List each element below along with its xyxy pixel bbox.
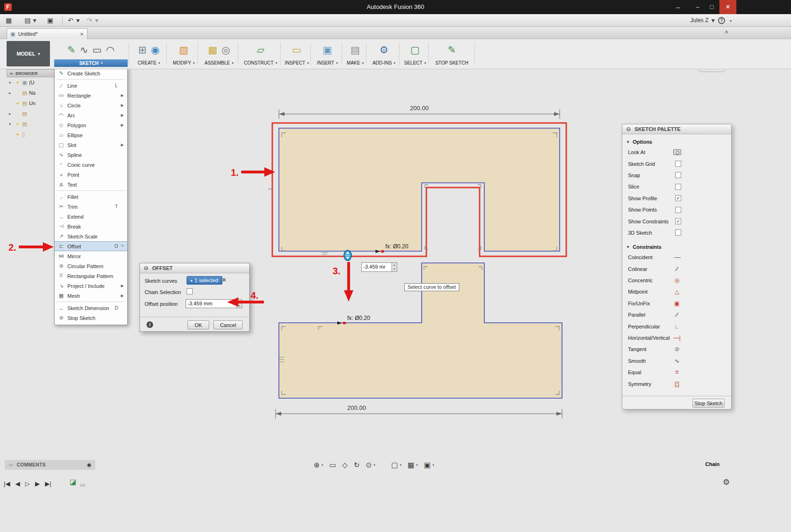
menu-item-stop-sketch[interactable]: ⊘Stop Sketch [55,313,127,323]
expand-icon[interactable]: ▾ [9,81,13,85]
timeline-gear-icon[interactable]: ⚙ [723,477,730,487]
constraint-fix-unfix[interactable]: Fix/UnFix ▣ [622,298,731,309]
assemble-menu-button[interactable]: ASSEMBLE ▾ [199,60,239,65]
constraint-symmetry[interactable]: Symmetry [¦] [622,378,731,389]
rectangle-icon[interactable]: ▭ [92,44,102,56]
skip-to-start-icon[interactable]: |◀ [4,480,10,487]
make-menu-button[interactable]: MAKE ▾ [343,60,367,65]
menu-item-slot[interactable]: ▢Slot▶ [55,140,127,150]
grid-settings-icon[interactable]: ▦ [408,461,414,469]
save-icon[interactable]: ▣ [47,14,53,27]
timeline-sketch-feature-icon[interactable]: ◪ [70,478,76,486]
select-menu-button[interactable]: SELECT ▾ [401,60,429,65]
new-component-icon[interactable]: ▦ [208,44,217,56]
slice-checkbox[interactable] [675,184,681,190]
menu-item-circle[interactable]: ○Circle▶ [55,100,127,110]
menu-item-project-include[interactable]: ↘Project / Include▶ [55,281,127,291]
menu-item-create-sketch[interactable]: ✎Create Sketch [55,68,127,78]
visibility-bulb-icon[interactable]: ● [15,80,20,85]
top-profile-shape[interactable] [279,128,560,251]
show-points-checkbox[interactable] [675,207,681,213]
stop-sketch-button[interactable]: STOP SKETCH [430,60,473,65]
addins-menu-button[interactable]: ADD-INS ▾ [368,60,400,65]
canvas-offset-value[interactable]: -3.459 mr [362,263,391,271]
constraint-parallel[interactable]: Parallel ∕∕ [622,309,731,320]
spinner[interactable]: ▲▼ [391,263,397,271]
inspect-menu-button[interactable]: INSPECT ▾ [282,60,311,65]
menu-item-break[interactable]: ⊣Break [55,221,127,231]
look-at-icon[interactable] [673,149,681,155]
comments-bar[interactable]: ▭ COMMENTS ◉ [5,460,95,470]
play-icon[interactable]: ▷ [25,480,30,487]
menu-item-circular-pattern[interactable]: ⊛Circular Pattern [55,261,127,271]
pan-icon[interactable]: ⊕ [314,461,320,469]
spinner-up-icon[interactable]: ▲ [392,263,397,267]
expand-icon[interactable]: ▾ [9,122,13,126]
info-icon[interactable]: i [147,321,153,328]
free-orbit-icon[interactable]: ◇ [342,461,348,469]
constraint-tangent[interactable]: Tangent ⊘ [622,344,731,355]
offset-position-input[interactable]: -3.459 mm ▲▼ [186,299,242,308]
menu-item-text[interactable]: AText [55,180,127,189]
create-menu-button[interactable]: CREATE ▾ [130,60,167,65]
show-constraints-checkbox[interactable]: ✓ [675,218,681,224]
press-pull-icon[interactable]: ▧ [179,44,188,56]
menu-item-spline[interactable]: ∿Spline [55,150,127,160]
constraint-horizontal-vertical[interactable]: Horizontal/Vertical —| [622,332,731,344]
joint-icon[interactable]: ◎ [221,44,230,56]
measure-icon[interactable]: ▭ [292,44,302,56]
menu-item-line[interactable]: ∕LineL [55,81,127,90]
menu-item-fillet[interactable]: ◞Fillet [55,192,127,202]
show-profile-checkbox[interactable]: ✓ [675,195,681,201]
collapse-panel-icon[interactable]: «« [9,71,12,76]
snap-checkbox[interactable] [675,172,681,178]
menu-item-sketch-dimension[interactable]: ↔Sketch DimensionD [55,303,127,313]
stop-sketch-button[interactable]: Stop Sketch [693,399,725,408]
collapse-panel-icon[interactable]: ⊖ [144,265,148,271]
constraint-perpendicular[interactable]: Perpendicular ∟ [622,320,731,332]
sketch-grid-checkbox[interactable] [675,161,681,167]
cancel-button[interactable]: Cancel [213,320,243,329]
undo-icon[interactable]: ↶ [68,14,73,27]
menu-item-trim[interactable]: ✂TrimT [55,202,127,212]
constraint-concentric[interactable]: Concentric ◎ [622,275,731,286]
sketch-menu-button[interactable]: SKETCH ▾ [54,59,128,67]
orbit-icon[interactable]: ↻ [354,461,360,469]
menu-item-mirror[interactable]: ⋈Mirror [55,251,127,261]
expand-icon[interactable]: ▸ [9,112,13,116]
menu-item-conic-curve[interactable]: ◜Conic curve [55,160,127,170]
collapse-panel-icon[interactable]: ⊖ [626,126,631,132]
constraints-section-header[interactable]: ▼ Constraints [622,242,731,252]
bottom-dimension[interactable]: 200.00 [276,404,562,418]
clear-selection-icon[interactable]: ✕ [222,277,226,283]
zoom-icon[interactable]: ⊙ [366,461,372,469]
construction-plane-icon[interactable]: ▱ [257,44,264,56]
user-menu[interactable]: Jules Z [690,14,709,27]
3d-sketch-checkbox[interactable] [675,229,681,236]
close-tab-icon[interactable]: ✕ [80,32,84,37]
ok-button[interactable]: OK [188,320,209,329]
menu-item-ellipse[interactable]: ○Ellipse [55,130,127,140]
arc-icon[interactable]: ◠ [106,44,114,56]
collapse-ribbon-icon[interactable]: ∧ [725,29,728,35]
create-sphere-icon[interactable]: ◉ [151,44,159,56]
stop-sketch-icon[interactable]: ✎ [448,44,456,56]
spinner[interactable]: ▲▼ [236,300,242,308]
constraint-coincident[interactable]: Coincident ∙— [622,252,731,263]
chain-selection-checkbox[interactable] [187,288,193,295]
step-forward-icon[interactable]: ▶ [35,480,40,487]
menu-item-extend[interactable]: →Extend [55,212,127,221]
comments-badge-icon[interactable]: ◉ [87,462,91,468]
constraint-colinear[interactable]: Colinear ∕∕ [622,263,731,275]
redo-icon[interactable]: ↷ [87,14,92,27]
visibility-bulb-icon[interactable]: ● [15,132,20,137]
menu-item-arc[interactable]: ◠Arc▶ [55,110,127,120]
expand-icon[interactable]: ▸ [9,91,13,95]
insert-image-icon[interactable]: ▣ [323,44,332,56]
canvas-offset-input[interactable]: -3.459 mr ▲▼ [361,262,397,272]
visibility-bulb-icon[interactable]: ● [15,101,20,106]
spinner-up-icon[interactable]: ▲ [237,300,242,304]
make-3dprint-icon[interactable]: ▤ [351,44,360,56]
menu-item-polygon[interactable]: ◇Polygon▶ [55,120,127,130]
insert-menu-button[interactable]: INSERT ▾ [312,60,342,65]
